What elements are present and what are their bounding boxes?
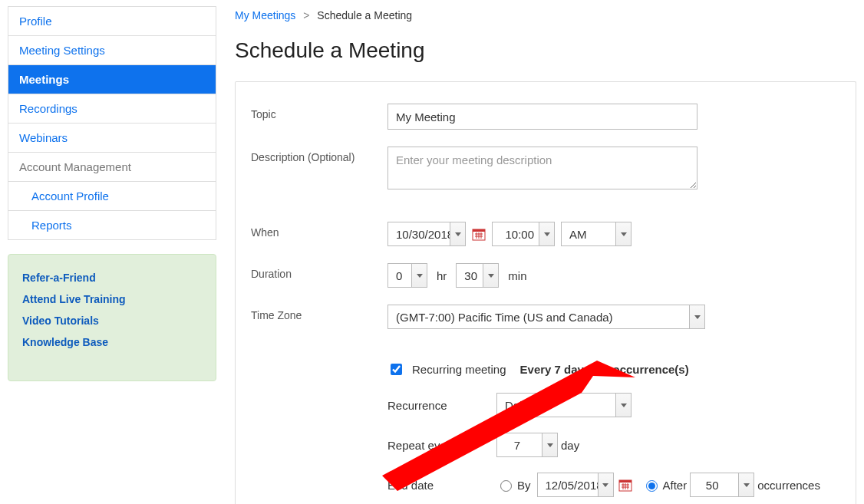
breadcrumb: My Meetings > Schedule a Meeting bbox=[235, 9, 856, 21]
recurring-checkbox[interactable] bbox=[391, 364, 402, 375]
end-after-select[interactable]: 50 bbox=[690, 473, 754, 497]
chevron-down-icon bbox=[738, 473, 754, 496]
form-panel: Topic Description (Optional) When 10/30/… bbox=[235, 81, 856, 504]
when-ampm-select[interactable]: AM bbox=[561, 222, 632, 246]
main-content: My Meetings > Schedule a Meeting Schedul… bbox=[235, 6, 856, 504]
duration-min-label: min bbox=[508, 269, 526, 282]
calendar-icon[interactable] bbox=[618, 478, 632, 492]
chevron-down-icon bbox=[615, 394, 631, 417]
chevron-down-icon bbox=[539, 222, 554, 245]
promo-video-tutorials[interactable]: Video Tutorials bbox=[22, 315, 202, 327]
repeat-unit: day bbox=[561, 439, 579, 452]
end-after-unit: occurrences bbox=[757, 479, 820, 492]
description-textarea[interactable] bbox=[387, 147, 697, 189]
chevron-down-icon bbox=[598, 473, 613, 496]
end-by-date-value: 12/05/2018 bbox=[546, 479, 603, 492]
breadcrumb-parent[interactable]: My Meetings bbox=[235, 9, 295, 21]
recurrence-select[interactable]: Daily bbox=[496, 393, 632, 417]
nav-item-account-management: Account Management bbox=[8, 153, 216, 182]
nav-item-meetings[interactable]: Meetings bbox=[8, 65, 216, 94]
recurrence-value: Daily bbox=[505, 399, 530, 412]
breadcrumb-separator: > bbox=[303, 9, 309, 21]
sidebar: Profile Meeting Settings Meetings Record… bbox=[8, 6, 216, 504]
label-when: When bbox=[251, 222, 387, 239]
end-after-value: 50 bbox=[691, 479, 734, 492]
label-description: Description (Optional) bbox=[251, 147, 387, 163]
end-by-radio[interactable] bbox=[500, 480, 512, 492]
when-time-value: 10:00 bbox=[505, 228, 534, 241]
promo-box: Refer-a-Friend Attend Live Training Vide… bbox=[8, 254, 216, 381]
nav-item-profile[interactable]: Profile bbox=[8, 7, 216, 36]
end-by-date-select[interactable]: 12/05/2018 bbox=[537, 473, 614, 497]
label-repeat-every: Repeat every bbox=[387, 439, 496, 452]
end-after-radio[interactable] bbox=[646, 480, 658, 492]
label-topic: Topic bbox=[251, 104, 387, 120]
chevron-down-icon bbox=[411, 264, 427, 287]
chevron-down-icon bbox=[615, 222, 631, 245]
label-recurrence: Recurrence bbox=[387, 399, 496, 412]
label-duration: Duration bbox=[251, 263, 387, 280]
chevron-down-icon bbox=[689, 305, 704, 328]
duration-hours-select[interactable]: 0 bbox=[387, 263, 427, 288]
timezone-value: (GMT-7:00) Pacific Time (US and Canada) bbox=[396, 311, 613, 324]
nav-item-reports[interactable]: Reports bbox=[8, 211, 216, 240]
chevron-down-icon bbox=[483, 264, 498, 287]
repeat-every-value: 7 bbox=[497, 439, 537, 452]
label-end-date: End date bbox=[387, 479, 496, 492]
nav-item-meeting-settings[interactable]: Meeting Settings bbox=[8, 36, 216, 65]
promo-refer-a-friend[interactable]: Refer-a-Friend bbox=[22, 272, 202, 284]
repeat-every-select[interactable]: 7 bbox=[496, 433, 558, 457]
recurring-summary: Every 7 days, 50 occurrence(s) bbox=[520, 363, 689, 376]
nav-item-account-profile[interactable]: Account Profile bbox=[8, 182, 216, 211]
end-by-label: By bbox=[517, 479, 531, 492]
promo-attend-live-training[interactable]: Attend Live Training bbox=[22, 293, 202, 305]
duration-minutes-select[interactable]: 30 bbox=[456, 263, 499, 288]
chevron-down-icon bbox=[542, 433, 557, 456]
svg-rect-8 bbox=[619, 480, 632, 483]
recurring-checkbox-label: Recurring meeting bbox=[412, 363, 506, 376]
duration-minutes-value: 30 bbox=[464, 269, 477, 282]
end-after-label: After bbox=[663, 479, 688, 492]
promo-knowledge-base[interactable]: Knowledge Base bbox=[22, 336, 202, 348]
calendar-icon[interactable] bbox=[472, 227, 486, 241]
svg-rect-1 bbox=[473, 229, 485, 232]
when-ampm-value: AM bbox=[569, 228, 587, 241]
duration-hr-label: hr bbox=[437, 269, 447, 282]
label-timezone: Time Zone bbox=[251, 305, 387, 321]
when-date-value: 10/30/2018 bbox=[396, 228, 453, 241]
nav-item-recordings[interactable]: Recordings bbox=[8, 94, 216, 124]
page-title: Schedule a Meeting bbox=[235, 38, 856, 63]
chevron-down-icon bbox=[450, 222, 465, 245]
duration-hours-value: 0 bbox=[396, 269, 402, 282]
nav-list: Profile Meeting Settings Meetings Record… bbox=[8, 6, 216, 240]
when-date-select[interactable]: 10/30/2018 bbox=[387, 222, 466, 246]
nav-item-webinars[interactable]: Webinars bbox=[8, 124, 216, 153]
timezone-select[interactable]: (GMT-7:00) Pacific Time (US and Canada) bbox=[387, 305, 705, 329]
topic-input[interactable] bbox=[387, 104, 697, 130]
recurrence-block: Recurrence Daily Repeat every 7 day End bbox=[387, 393, 840, 497]
when-time-select[interactable]: 10:00 bbox=[492, 222, 555, 246]
breadcrumb-current: Schedule a Meeting bbox=[317, 9, 412, 21]
